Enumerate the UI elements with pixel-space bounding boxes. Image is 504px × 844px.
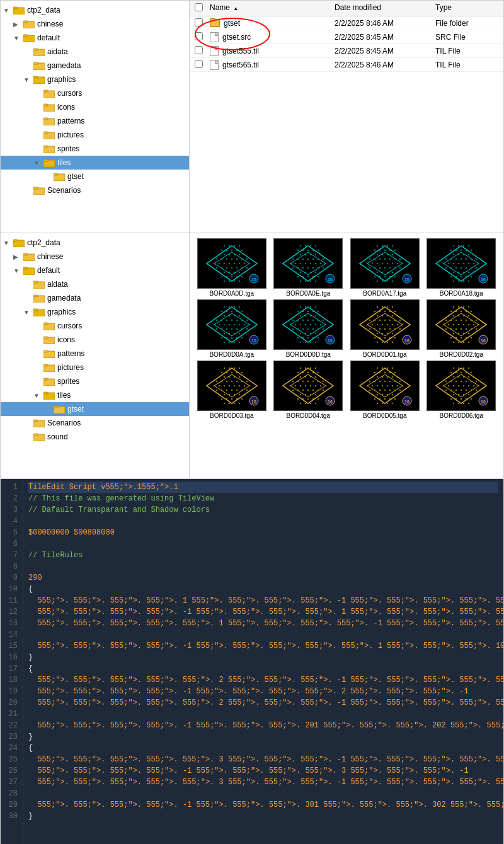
thumb-item-2[interactable]: 10 BORD0A17.tga (348, 238, 422, 297)
svg-point-467 (466, 311, 467, 312)
tree-item-gamedata[interactable]: gamedata (1, 59, 189, 72)
tree-item-default2[interactable]: ▼ default (1, 263, 189, 277)
tree-item-tiles[interactable]: ▼ tiles (1, 156, 189, 170)
col-date-header[interactable]: Date modified (335, 3, 435, 13)
tree-arrow[interactable]: ▼ (33, 159, 43, 166)
svg-point-611 (295, 394, 296, 395)
svg-point-372 (310, 324, 311, 325)
middle-tree-panel: ▼ ctp2_data▶ chinese▼ default aidata gam… (1, 233, 190, 478)
row-checkbox[interactable] (195, 60, 210, 70)
svg-point-385 (305, 333, 306, 334)
tree-arrow[interactable]: ▼ (13, 35, 23, 42)
tree-arrow[interactable]: ▼ (33, 392, 43, 399)
svg-point-245 (468, 254, 469, 255)
tree-item-gtset[interactable]: gtset (1, 170, 189, 183)
tree-item-sprites2[interactable]: sprites (1, 374, 189, 388)
svg-point-276 (455, 276, 457, 277)
middle-tree-scroll[interactable]: ▼ ctp2_data▶ chinese▼ default aidata gam… (1, 233, 189, 478)
thumb-item-7[interactable]: 10 BORD0D02.tga (425, 299, 499, 358)
svg-point-605 (297, 390, 299, 391)
tree-item-pictures2[interactable]: pictures (1, 361, 189, 374)
tree-item-icons[interactable]: icons (1, 100, 189, 114)
tree-item-gtset2[interactable]: gtset (1, 402, 189, 416)
tree-item-patterns[interactable]: patterns (1, 114, 189, 128)
thumb-item-4[interactable]: 10 BORD0D0A.tga (195, 299, 269, 358)
tree-item-cursors[interactable]: cursors (1, 86, 189, 100)
tree-arrow[interactable]: ▼ (3, 240, 13, 246)
svg-point-320 (221, 328, 222, 330)
thumb-item-0[interactable]: 10 BORD0A0D.tga (195, 238, 269, 297)
svg-point-563 (236, 398, 238, 400)
svg-point-425 (367, 324, 368, 325)
col-type-header[interactable]: Type (435, 3, 498, 13)
svg-point-330 (239, 333, 240, 334)
svg-point-734 (466, 398, 467, 400)
svg-point-271 (458, 272, 459, 273)
tree-item-gamedata2[interactable]: gamedata (1, 291, 189, 305)
top-tree-scroll[interactable]: ▼ ctp2_data▶ chinese▼ default aidata gam… (1, 1, 189, 233)
svg-point-221 (389, 276, 391, 277)
tree-item-cursors2[interactable]: cursors (1, 319, 189, 333)
thumbnail-grid[interactable]: 10 BORD0A0D.tga 10 BORD0A0E.tga 10 BORD0… (190, 233, 503, 478)
tree-arrow[interactable]: ▼ (23, 309, 33, 316)
thumb-item-5[interactable]: 10 BORD0D0D.tga (272, 299, 346, 358)
thumb-item-6[interactable]: 10 BORD0D01.tga (348, 299, 422, 358)
tree-arrow[interactable]: ▶ (13, 21, 23, 28)
select-all-checkbox[interactable] (195, 3, 203, 11)
folder-icon (13, 238, 25, 247)
line-number-25: 25 (6, 754, 18, 765)
tree-item-sprites[interactable]: sprites (1, 142, 189, 156)
svg-point-711 (448, 385, 449, 386)
tree-item-Scenarios2[interactable]: Scenarios (1, 416, 189, 430)
tree-item-graphics[interactable]: ▼ graphics (1, 72, 189, 86)
svg-point-75 (244, 254, 245, 255)
tree-item-pictures[interactable]: pictures (1, 128, 189, 142)
thumb-item-11[interactable]: 10 BORD0D06.tga (425, 361, 499, 419)
tree-item-ctp2_data2[interactable]: ▼ ctp2_data (1, 236, 189, 250)
col-name-header[interactable]: Name ▲ (210, 3, 335, 13)
row-checkbox[interactable] (195, 32, 210, 42)
row-checkbox[interactable] (195, 18, 210, 28)
thumb-label-1: BORD0A0E.tga (286, 290, 330, 297)
thumb-item-10[interactable]: 10 BORD0D05.tga (348, 361, 422, 419)
file-row-2[interactable]: gtset555.til 2/2/2025 8:45 AM TIL File (190, 44, 503, 58)
svg-point-706 (461, 381, 462, 382)
thumb-item-3[interactable]: 10 BORD0A18.tga (425, 238, 499, 297)
svg-point-509 (458, 342, 459, 343)
tree-item-default[interactable]: ▼ default (1, 31, 189, 45)
thumb-item-8[interactable]: 10 BORD0D03.tga (195, 361, 269, 419)
tree-item-label: icons (57, 103, 75, 112)
svg-point-265 (461, 267, 462, 269)
svg-point-479 (466, 320, 467, 321)
tree-arrow[interactable]: ▶ (13, 253, 23, 260)
svg-point-492 (455, 328, 457, 330)
file-row-3[interactable]: gtset565.til 2/2/2025 8:46 AM TIL File (190, 58, 503, 72)
file-row-1[interactable]: gtset.src 2/2/2025 8:45 AM SRC File (190, 30, 503, 44)
svg-point-111 (234, 280, 235, 282)
tree-item-tiles2[interactable]: ▼ tiles (1, 388, 189, 402)
row-checkbox[interactable] (195, 46, 210, 56)
tree-item-chinese[interactable]: ▶ chinese (1, 17, 189, 31)
tree-item-graphics2[interactable]: ▼ graphics (1, 305, 189, 319)
tree-item-aidata[interactable]: aidata (1, 45, 189, 59)
svg-point-282 (463, 280, 464, 282)
code-area[interactable]: TileEdit Script v555;">.1555;">.1// This… (23, 479, 503, 844)
tree-item-aidata2[interactable]: aidata (1, 277, 189, 291)
svg-point-576 (310, 367, 311, 369)
tree-arrow[interactable]: ▼ (13, 267, 23, 274)
svg-point-186 (382, 254, 383, 255)
tree-arrow[interactable]: ▼ (3, 7, 13, 14)
tree-item-sound2[interactable]: sound (1, 430, 189, 444)
tree-item-Scenarios[interactable]: Scenarios (1, 183, 189, 197)
svg-point-410 (389, 311, 391, 312)
svg-point-500 (463, 333, 464, 334)
thumb-item-9[interactable]: 10 BORD0D04.tga (272, 361, 346, 419)
svg-point-169 (315, 280, 316, 282)
thumb-item-1[interactable]: 10 BORD0A0E.tga (272, 238, 346, 297)
tree-item-icons2[interactable]: icons (1, 333, 189, 347)
tree-item-chinese2[interactable]: ▶ chinese (1, 250, 189, 263)
tree-item-ctp2_data[interactable]: ▼ ctp2_data (1, 3, 189, 17)
tree-item-patterns2[interactable]: patterns (1, 347, 189, 361)
tree-arrow[interactable]: ▼ (23, 76, 33, 83)
file-row-0[interactable]: gtset 2/2/2025 8:46 AM File folder (190, 16, 503, 30)
